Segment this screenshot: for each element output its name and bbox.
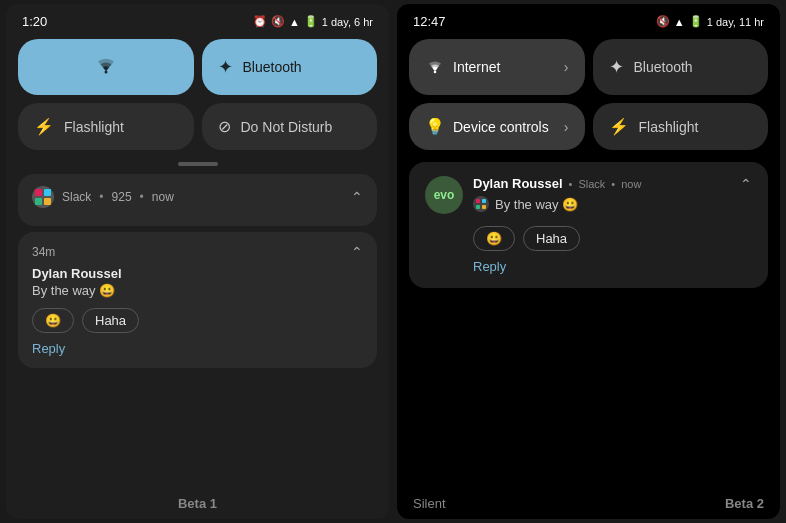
internet-tile-icon: [425, 58, 445, 77]
reaction-row-b1: 😀 Haha: [32, 308, 363, 333]
reply-link-b1[interactable]: Reply: [32, 341, 363, 356]
svg-point-1: [434, 70, 437, 73]
notif-slack-header[interactable]: Slack • 925 • now ⌃: [18, 174, 377, 226]
tile-internet-b2[interactable]: Internet ›: [409, 39, 585, 95]
dylan-message-b2: By the way 😀: [495, 197, 578, 212]
battery-icon-b2: 🔋: [689, 15, 703, 28]
tile-flashlight-b1[interactable]: ⚡ Flashlight: [18, 103, 194, 150]
notif-main-row-b2: evo Dylan Roussel • Slack • now ⌃: [425, 176, 752, 214]
device-arrow-icon: ›: [564, 119, 569, 135]
slack-count-b1: 925: [112, 190, 132, 204]
tile-dnd-b1[interactable]: ⊘ Do Not Disturb: [202, 103, 378, 150]
slack-icon-b1: [32, 186, 54, 208]
evo-avatar-b2: evo: [425, 176, 463, 214]
time-b2: 12:47: [413, 14, 446, 29]
notif-dot2-b2: •: [611, 178, 615, 190]
notif-body-dylan-b1: Dylan Roussel By the way 😀: [32, 266, 363, 298]
haha-btn-b2[interactable]: Haha: [523, 226, 580, 251]
dnd-tile-icon-b1: ⊘: [218, 117, 231, 136]
evo-avatar-text: evo: [434, 188, 455, 202]
tile-bluetooth-b1[interactable]: ✦ Bluetooth: [202, 39, 378, 95]
mute-icon-b2: 🔇: [656, 15, 670, 28]
notif-header-slack: Slack • 925 • now ⌃: [32, 186, 363, 208]
flashlight-tile-label-b2: Flashlight: [639, 119, 699, 135]
slack-app-name-b1: Slack: [62, 190, 91, 204]
emoji-reaction-btn-b1[interactable]: 😀: [32, 308, 74, 333]
device-tile-label-b2: Device controls: [453, 119, 549, 135]
chevron-up-dylan-b1[interactable]: ⌃: [351, 244, 363, 260]
beta-label-b1: Beta 1: [178, 496, 217, 511]
battery-text-b2: 1 day, 11 hr: [707, 16, 764, 28]
device-tile-icon-b2: 💡: [425, 117, 445, 136]
status-bar-b2: 12:47 🔇 ▲ 🔋 1 day, 11 hr: [397, 4, 780, 35]
notif-card-dylan-b2[interactable]: evo Dylan Roussel • Slack • now ⌃: [409, 162, 768, 288]
notif-top-b2: Dylan Roussel • Slack • now ⌃: [473, 176, 752, 192]
mute-icon: 🔇: [271, 15, 285, 28]
notification-area-b2: evo Dylan Roussel • Slack • now ⌃: [397, 158, 780, 488]
bluetooth-tile-icon-b2: ✦: [609, 56, 624, 78]
sub-slack-icon-b2: [473, 196, 489, 212]
tile-device-b2[interactable]: 💡 Device controls ›: [409, 103, 585, 150]
wifi-status-icon-b2: ▲: [674, 16, 685, 28]
wifi-tile-icon: [92, 53, 120, 81]
notif-dot1-b2: •: [569, 178, 573, 190]
internet-tile-label-b2: Internet: [453, 59, 500, 75]
internet-arrow-icon: ›: [564, 59, 569, 75]
silent-label-b2: Silent: [413, 496, 446, 511]
notif-time-b2: now: [621, 178, 641, 190]
haha-btn-b1[interactable]: Haha: [82, 308, 139, 333]
notif-content-b2: Dylan Roussel • Slack • now ⌃: [473, 176, 752, 212]
dnd-tile-label-b1: Do Not Disturb: [241, 119, 333, 135]
slack-dot-b1: •: [99, 190, 103, 204]
time-b1: 1:20: [22, 14, 47, 29]
status-icons-b1: ⏰ 🔇 ▲ 🔋 1 day, 6 hr: [253, 15, 373, 28]
notif-dylan-header-b1: 34m ⌃: [32, 244, 363, 260]
battery-text-b1: 1 day, 6 hr: [322, 16, 373, 28]
dylan-message-b1: By the way 😀: [32, 283, 363, 298]
notif-dylan-b1[interactable]: 34m ⌃ Dylan Roussel By the way 😀 😀 Haha …: [18, 232, 377, 368]
tile-bluetooth-b2[interactable]: ✦ Bluetooth: [593, 39, 769, 95]
beta1-screen: 1:20 ⏰ 🔇 ▲ 🔋 1 day, 6 hr ✦: [6, 4, 389, 519]
slack-time-b1: now: [152, 190, 174, 204]
flashlight-tile-icon-b1: ⚡: [34, 117, 54, 136]
quick-tiles-b1: ✦ Bluetooth ⚡ Flashlight ⊘ Do Not Distur…: [6, 35, 389, 158]
reaction-row-b2: 😀 Haha: [425, 226, 752, 251]
divider-b1: [178, 162, 218, 166]
dylan-time-b1: 34m: [32, 245, 55, 259]
status-icons-b2: 🔇 ▲ 🔋 1 day, 11 hr: [656, 15, 764, 28]
beta2-screen: 12:47 🔇 ▲ 🔋 1 day, 11 hr Internet: [397, 4, 780, 519]
status-bar-b1: 1:20 ⏰ 🔇 ▲ 🔋 1 day, 6 hr: [6, 4, 389, 35]
tile-wifi-b1[interactable]: [18, 39, 194, 95]
slack-dot2-b1: •: [140, 190, 144, 204]
alarm-icon: ⏰: [253, 15, 267, 28]
chevron-up-b2[interactable]: ⌃: [740, 176, 752, 192]
dylan-notif-time-b1: 34m: [32, 245, 55, 259]
notif-app-b2: Slack: [578, 178, 605, 190]
slack-app-info: Slack • 925 • now: [32, 186, 174, 208]
bluetooth-tile-icon-b1: ✦: [218, 56, 233, 78]
emoji-reaction-btn-b2[interactable]: 😀: [473, 226, 515, 251]
sender-name-b2: Dylan Roussel: [473, 176, 563, 191]
bluetooth-tile-label-b1: Bluetooth: [243, 59, 302, 75]
quick-tiles-b2: Internet › ✦ Bluetooth 💡 Device controls…: [397, 35, 780, 158]
wifi-status-icon: ▲: [289, 16, 300, 28]
bluetooth-tile-label-b2: Bluetooth: [634, 59, 693, 75]
reply-link-b2[interactable]: Reply: [425, 259, 752, 274]
footer-b1: Beta 1: [6, 488, 389, 519]
notif-top-row-b2: Dylan Roussel • Slack • now: [473, 176, 641, 191]
flashlight-tile-label-b1: Flashlight: [64, 119, 124, 135]
tile-device-left: 💡 Device controls: [425, 117, 549, 136]
beta-label-b2: Beta 2: [725, 496, 764, 511]
flashlight-tile-icon-b2: ⚡: [609, 117, 629, 136]
dylan-name-b1: Dylan Roussel: [32, 266, 363, 281]
tile-flashlight-b2[interactable]: ⚡ Flashlight: [593, 103, 769, 150]
notif-body-row-b2: By the way 😀: [473, 196, 752, 212]
notification-area-b1: Slack • 925 • now ⌃ 34m ⌃ Dylan Roussel …: [6, 174, 389, 488]
chevron-up-slack-b1[interactable]: ⌃: [351, 189, 363, 205]
battery-icon: 🔋: [304, 15, 318, 28]
tile-internet-left: Internet: [425, 58, 500, 77]
footer-b2-bar: Silent Beta 2: [397, 488, 780, 519]
